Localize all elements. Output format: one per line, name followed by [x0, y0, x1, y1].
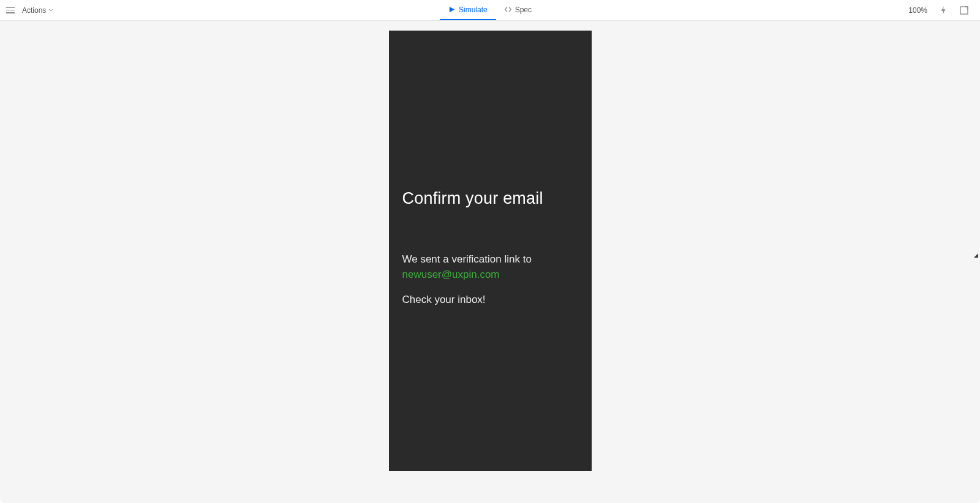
topbar-left: Actions	[6, 0, 56, 20]
sent-message-block: We sent a verification link to newuser@u…	[402, 252, 578, 282]
menu-icon[interactable]	[6, 7, 15, 13]
screen-content: Confirm your email We sent a verificatio…	[402, 44, 578, 306]
sent-line-text: We sent a verification link to	[402, 253, 532, 265]
chevron-down-icon	[48, 9, 53, 12]
zoom-level[interactable]: 100%	[908, 6, 927, 15]
check-inbox-text: Check your inbox!	[402, 294, 578, 306]
actions-label: Actions	[22, 6, 46, 15]
confirm-email-title: Confirm your email	[402, 188, 578, 208]
tab-simulate-label: Simulate	[459, 6, 488, 14]
topbar-tabs: Simulate Spec	[440, 0, 540, 20]
tab-spec[interactable]: Spec	[496, 0, 540, 20]
play-icon	[448, 6, 455, 13]
device-frame: Confirm your email We sent a verificatio…	[389, 31, 592, 471]
lightning-icon[interactable]	[938, 6, 948, 15]
resize-handle-icon[interactable]: ◢	[974, 252, 979, 257]
expand-icon[interactable]	[959, 6, 969, 15]
canvas-area[interactable]: Confirm your email We sent a verificatio…	[0, 21, 980, 503]
tab-simulate[interactable]: Simulate	[440, 0, 496, 20]
svg-rect-0	[960, 7, 968, 14]
actions-dropdown[interactable]: Actions	[20, 6, 56, 15]
code-icon	[505, 6, 511, 13]
topbar: Actions Simulate Spec 100%	[0, 0, 980, 21]
tab-spec-label: Spec	[515, 6, 532, 14]
topbar-right: 100%	[908, 0, 974, 20]
email-address: newuser@uxpin.com	[402, 269, 500, 280]
